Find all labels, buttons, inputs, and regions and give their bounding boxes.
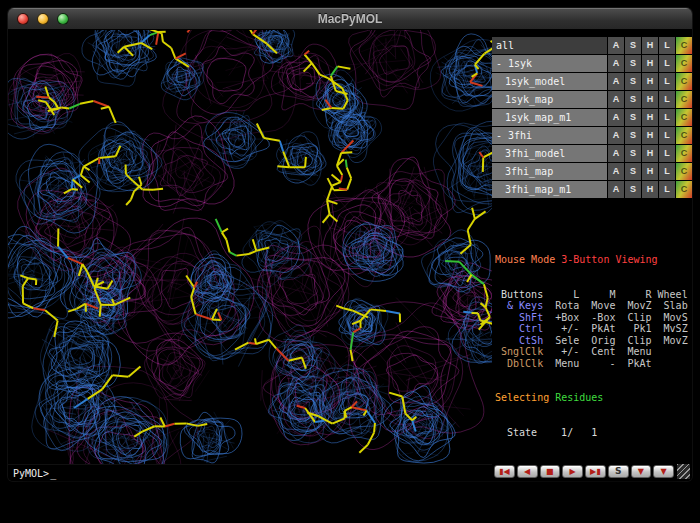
step-back-button[interactable]: ◀ [517, 465, 538, 478]
mouse-mode-title[interactable]: Mouse Mode 3-Button Viewing [495, 254, 692, 266]
object-row-label[interactable]: 1syk_model [492, 73, 607, 90]
traffic-lights [17, 13, 69, 25]
action-button-s[interactable]: S [625, 37, 641, 54]
mouse-matrix-label: Ctrl [495, 323, 543, 334]
action-button-h[interactable]: H [642, 91, 658, 108]
action-button-l[interactable]: L [659, 91, 675, 108]
scene-button[interactable]: S [608, 465, 629, 478]
action-button-c[interactable]: C [676, 55, 692, 72]
tri-down-button-1[interactable]: ▼ [631, 465, 652, 478]
command-bar[interactable]: PyMOL>_ [8, 464, 492, 481]
action-button-h[interactable]: H [642, 109, 658, 126]
action-button-a[interactable]: A [608, 127, 624, 144]
action-button-h[interactable]: H [642, 181, 658, 198]
action-button-l[interactable]: L [659, 55, 675, 72]
mouse-matrix-values: L M R Wheel [543, 289, 688, 300]
action-button-c[interactable]: C [676, 145, 692, 162]
object-row-label[interactable]: 3fhi_map [492, 163, 607, 180]
action-button-a[interactable]: A [608, 181, 624, 198]
object-row: 3fhi_map_m1ASHLC [492, 181, 692, 198]
screen: MacPyMOL PyMOL>_ allASHLC- 1sykASHLC1syk… [0, 0, 700, 523]
playback-controls: ▮◀◀■▶▶▮S▼▼ [494, 465, 674, 478]
control-panel: allASHLC- 1sykASHLC1syk_modelASHLC1syk_m… [492, 30, 692, 481]
object-row: - 3fhiASHLC [492, 127, 692, 144]
action-button-l[interactable]: L [659, 73, 675, 90]
action-button-s[interactable]: S [625, 91, 641, 108]
object-row: - 1sykASHLC [492, 55, 692, 72]
mouse-matrix-values: Sele Orig Clip MovZ [543, 335, 688, 346]
action-button-h[interactable]: H [642, 73, 658, 90]
action-button-s[interactable]: S [625, 181, 641, 198]
action-button-s[interactable]: S [625, 163, 641, 180]
action-button-a[interactable]: A [608, 163, 624, 180]
command-prompt: PyMOL> [13, 468, 49, 479]
action-button-a[interactable]: A [608, 55, 624, 72]
action-button-s[interactable]: S [625, 109, 641, 126]
object-row: 1syk_map_m1ASHLC [492, 109, 692, 126]
object-row-label[interactable]: 3fhi_map_m1 [492, 181, 607, 198]
tri-down-button-2[interactable]: ▼ [653, 465, 674, 478]
mouse-matrix: Buttons L M R Wheel & Keys Rota Move Mov… [495, 289, 692, 370]
mouse-matrix-row: CtSh Sele Orig Clip MovZ [495, 335, 692, 347]
object-row-label[interactable]: 3fhi_model [492, 145, 607, 162]
action-button-c[interactable]: C [676, 127, 692, 144]
action-button-a[interactable]: A [608, 145, 624, 162]
action-button-c[interactable]: C [676, 91, 692, 108]
action-button-h[interactable]: H [642, 127, 658, 144]
zoom-button[interactable] [57, 13, 69, 25]
action-button-s[interactable]: S [625, 73, 641, 90]
mouse-matrix-values: Rota Move MovZ Slab [543, 300, 688, 311]
action-button-a[interactable]: A [608, 91, 624, 108]
action-button-c[interactable]: C [676, 163, 692, 180]
object-row-label[interactable]: 1syk_map_m1 [492, 109, 607, 126]
action-button-h[interactable]: H [642, 163, 658, 180]
action-button-s[interactable]: S [625, 127, 641, 144]
action-button-c[interactable]: C [676, 181, 692, 198]
go-to-start-button[interactable]: ▮◀ [494, 465, 515, 478]
action-button-l[interactable]: L [659, 37, 675, 54]
state-indicator: State1/ 1 [495, 427, 692, 439]
mouse-matrix-row: Buttons L M R Wheel [495, 289, 692, 301]
mouse-matrix-label: CtSh [495, 335, 543, 346]
action-button-l[interactable]: L [659, 127, 675, 144]
action-button-l[interactable]: L [659, 109, 675, 126]
title-bar: MacPyMOL [8, 8, 692, 30]
mouse-matrix-values: Menu - PkAt [543, 358, 688, 369]
action-button-l[interactable]: L [659, 181, 675, 198]
action-button-h[interactable]: H [642, 37, 658, 54]
object-row-label[interactable]: - 3fhi [492, 127, 607, 144]
object-row-label[interactable]: - 1syk [492, 55, 607, 72]
mouse-matrix-row: Ctrl +/- PkAt Pk1 MvSZ [495, 323, 692, 335]
mouse-matrix-label: SnglClk [495, 346, 543, 357]
selecting-mode[interactable]: Selecting Residues [495, 392, 692, 404]
viewport-pane: PyMOL>_ [8, 30, 492, 481]
action-button-a[interactable]: A [608, 73, 624, 90]
action-button-a[interactable]: A [608, 109, 624, 126]
viewport[interactable] [8, 30, 492, 464]
go-to-end-button[interactable]: ▶▮ [585, 465, 606, 478]
object-row: 3fhi_mapASHLC [492, 163, 692, 180]
play-button[interactable]: ▶ [562, 465, 583, 478]
mouse-matrix-label: ShFt [495, 312, 543, 323]
action-button-s[interactable]: S [625, 145, 641, 162]
command-cursor: _ [50, 468, 56, 479]
action-button-a[interactable]: A [608, 37, 624, 54]
mouse-matrix-label: & Keys [495, 300, 543, 311]
stop-button[interactable]: ■ [540, 465, 561, 478]
action-button-c[interactable]: C [676, 109, 692, 126]
action-button-c[interactable]: C [676, 73, 692, 90]
minimize-button[interactable] [37, 13, 49, 25]
mouse-matrix-values: +/- Cent Menu [543, 346, 688, 357]
action-button-l[interactable]: L [659, 163, 675, 180]
action-button-h[interactable]: H [642, 55, 658, 72]
object-row-label[interactable]: all [492, 37, 607, 54]
close-button[interactable] [17, 13, 29, 25]
action-button-h[interactable]: H [642, 145, 658, 162]
object-row-label[interactable]: 1syk_map [492, 91, 607, 108]
resize-grip[interactable] [677, 464, 690, 479]
mouse-panel: Mouse Mode 3-Button Viewing Buttons L M … [492, 231, 692, 463]
action-button-s[interactable]: S [625, 55, 641, 72]
action-button-c[interactable]: C [676, 37, 692, 54]
panel-spacer [492, 199, 692, 231]
action-button-l[interactable]: L [659, 145, 675, 162]
